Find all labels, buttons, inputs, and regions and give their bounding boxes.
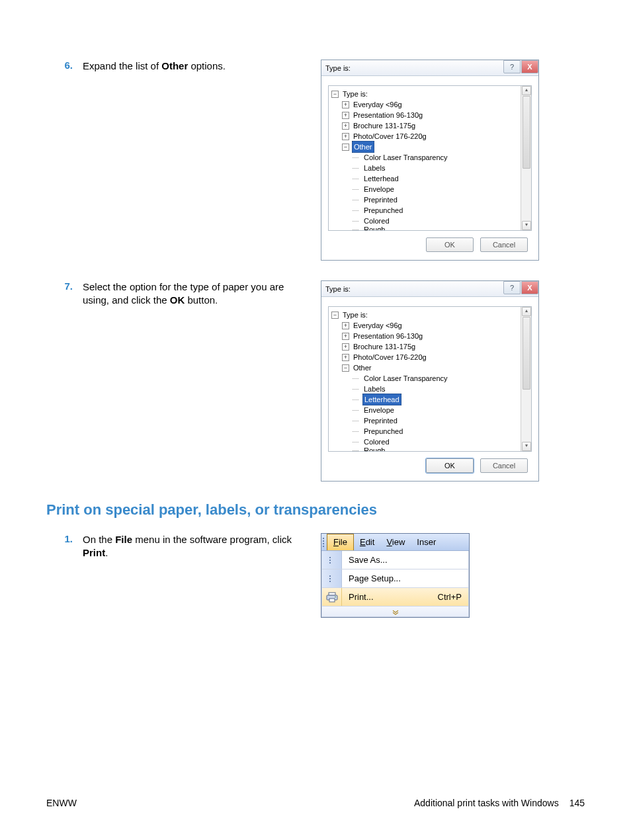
expand-icon[interactable] — [342, 333, 349, 340]
collapse-icon[interactable] — [342, 144, 349, 151]
close-button[interactable]: X — [521, 60, 538, 73]
step-number: 1. — [46, 533, 83, 544]
expand-icon[interactable] — [342, 101, 349, 108]
expand-icon[interactable] — [342, 133, 349, 140]
step-text: On the File menu in the software program… — [83, 533, 321, 560]
section-heading: Print on special paper, labels, or trans… — [46, 501, 585, 519]
svg-rect-2 — [329, 599, 335, 602]
scrollbar[interactable]: ▴ ▾ — [521, 86, 531, 230]
scroll-thumb[interactable] — [523, 317, 530, 390]
expand-menu-icon[interactable] — [321, 607, 469, 617]
scroll-down-icon[interactable]: ▾ — [522, 221, 531, 230]
grip-icon — [321, 534, 327, 550]
page-number: 145 — [569, 798, 585, 808]
menu-item-page-setup[interactable]: Page Setup... — [321, 569, 469, 588]
step-number: 6. — [46, 60, 83, 71]
menu-item-save-as[interactable]: Save As... — [321, 551, 469, 569]
menu-edit[interactable]: Edit — [354, 534, 380, 550]
step-text: Expand the list of Other options. — [83, 60, 321, 73]
expand-icon[interactable] — [342, 343, 349, 351]
step-text: Select the option for the type of paper … — [83, 280, 321, 308]
close-button[interactable]: X — [521, 281, 538, 294]
menu-view[interactable]: View — [380, 534, 411, 550]
collapse-icon[interactable] — [331, 312, 339, 319]
expand-icon[interactable] — [342, 322, 349, 329]
svg-rect-0 — [329, 593, 335, 595]
type-is-dialog: Type is: ? X Type is: Everyday <96g Pres… — [321, 60, 539, 261]
collapse-icon[interactable] — [342, 364, 349, 372]
collapse-icon[interactable] — [331, 91, 339, 98]
ok-button[interactable]: OK — [426, 458, 474, 473]
scroll-thumb[interactable] — [523, 96, 530, 169]
menu-file[interactable]: File — [327, 534, 354, 550]
svg-point-3 — [335, 596, 336, 597]
expand-icon[interactable] — [342, 354, 349, 361]
type-tree[interactable]: Type is: Everyday <96g Presentation 96-1… — [329, 86, 521, 230]
shortcut-label: Ctrl+P — [438, 592, 468, 602]
expand-icon[interactable] — [342, 122, 349, 130]
step-number: 7. — [46, 280, 83, 292]
printer-icon — [322, 588, 342, 606]
scroll-down-icon[interactable]: ▾ — [522, 442, 531, 451]
menu-insert[interactable]: Inser — [411, 534, 442, 550]
dialog-title: Type is: — [325, 64, 351, 72]
dialog-title: Type is: — [325, 285, 351, 293]
cancel-button[interactable]: Cancel — [480, 458, 528, 473]
ok-button[interactable]: OK — [426, 237, 474, 252]
cancel-button[interactable]: Cancel — [480, 237, 528, 252]
footer-right: Additional print tasks with Windows145 — [414, 798, 585, 808]
type-tree[interactable]: Type is: Everyday <96g Presentation 96-1… — [329, 307, 521, 451]
help-button[interactable]: ? — [503, 60, 521, 73]
expand-icon[interactable] — [342, 112, 349, 119]
type-is-dialog: Type is: ? X Type is: Everyday <96g Pres… — [321, 280, 539, 482]
scroll-up-icon[interactable]: ▴ — [522, 86, 531, 95]
scroll-up-icon[interactable]: ▴ — [522, 307, 531, 316]
tree-item-other[interactable]: Other — [352, 141, 374, 153]
scrollbar[interactable]: ▴ ▾ — [521, 307, 531, 451]
menu-item-print[interactable]: Print... Ctrl+P — [321, 588, 469, 607]
file-menu: File Edit View Inser Save As... Page Set… — [321, 533, 470, 618]
footer-left: ENWW — [46, 798, 77, 808]
help-button[interactable]: ? — [503, 281, 521, 294]
tree-item-letterhead[interactable]: Letterhead — [362, 394, 401, 405]
